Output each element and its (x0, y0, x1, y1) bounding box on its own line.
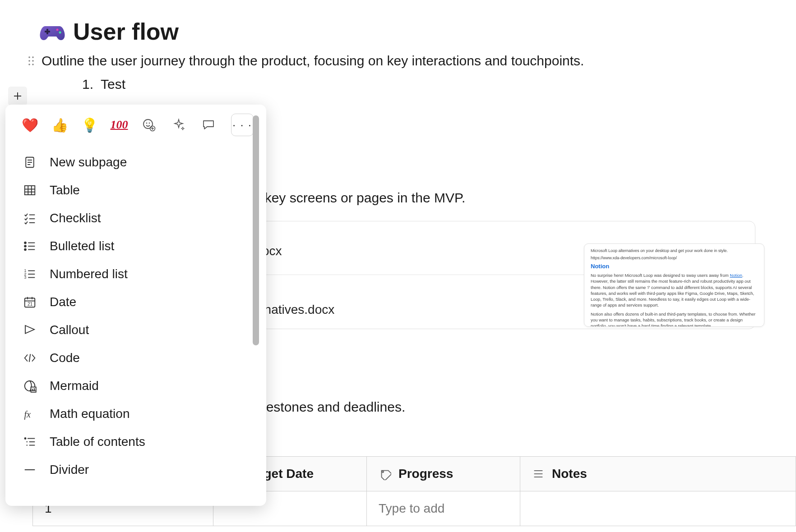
menu-item-label: New subpage (50, 155, 127, 170)
menu-item-divider[interactable]: Divider (18, 456, 251, 483)
svg-rect-60 (31, 387, 36, 392)
sparkle-icon[interactable] (170, 116, 188, 134)
scrollbar-thumb[interactable] (253, 115, 259, 345)
menu-item-label: Table (50, 183, 80, 197)
svg-point-4 (28, 56, 30, 58)
menu-item-new-subpage[interactable]: New subpage (18, 149, 251, 176)
page-subtitle[interactable]: Outline the user journey through the pro… (42, 53, 584, 69)
preview-heading: Notion (591, 263, 758, 270)
menu-item-label: Numbered list (50, 267, 128, 281)
svg-point-23 (143, 119, 153, 128)
drag-handle-icon[interactable] (27, 56, 35, 66)
menu-item-table[interactable]: Table (18, 177, 251, 204)
svg-point-65 (25, 438, 26, 439)
svg-text:fx: fx (24, 409, 31, 420)
callout-icon (23, 323, 37, 337)
menu-item-label: Date (50, 295, 76, 309)
menu-item-date[interactable]: 21 Date (18, 289, 251, 316)
math-icon: fx (23, 407, 37, 421)
svg-point-7 (32, 60, 34, 62)
page-title[interactable]: User flow (73, 18, 179, 45)
add-reaction-icon[interactable] (140, 116, 158, 134)
menu-item-label: Callout (50, 323, 89, 337)
menu-item-table-of-contents[interactable]: Table of contents (18, 428, 251, 455)
svg-text:21: 21 (28, 302, 33, 307)
preview-topline: Microsoft Loop alternatives on your desk… (591, 248, 758, 253)
menu-item-numbered-list[interactable]: 123 Numbered list (18, 261, 251, 288)
reaction-thumbs-up[interactable]: 👍 (51, 116, 69, 134)
menu-item-label: Checklist (50, 211, 101, 225)
menu-item-bulleted-list[interactable]: Bulleted list (18, 233, 251, 260)
preview-url: https://www.xda-developers.com/microsoft… (591, 256, 758, 260)
bg-text-screens: s of key screens or pages in the MVP. (239, 190, 465, 206)
menu-item-math-equation[interactable]: fx Math equation (18, 400, 251, 427)
svg-text:3: 3 (24, 275, 27, 280)
date-icon: 21 (23, 295, 37, 309)
preview-para2: Notion also offers dozens of built-in an… (591, 311, 758, 327)
reaction-lightbulb[interactable]: 💡 (80, 116, 98, 134)
svg-point-24 (146, 123, 148, 124)
svg-point-0 (56, 29, 59, 31)
menu-item-code[interactable]: Code (18, 344, 251, 371)
svg-point-41 (24, 242, 26, 244)
svg-point-8 (28, 64, 30, 65)
svg-point-45 (24, 249, 26, 251)
column-header-notes[interactable]: Notes (532, 467, 784, 481)
more-options-button[interactable]: · · · (231, 114, 254, 136)
svg-point-9 (32, 64, 34, 65)
column-header-progress[interactable]: Progress (379, 467, 508, 481)
svg-point-43 (24, 245, 26, 247)
menu-item-mermaid[interactable]: Mermaid (18, 372, 251, 399)
menu-item-label: Divider (50, 463, 89, 477)
bulleted-list-icon (23, 239, 37, 253)
numbered-list-icon: 123 (23, 267, 37, 281)
preview-para1: No surprise here! Microsoft Loop was des… (591, 272, 758, 308)
svg-point-1 (59, 32, 61, 34)
cell-notes[interactable] (520, 491, 796, 526)
divider-icon (23, 463, 37, 477)
svg-point-19 (382, 471, 384, 473)
menu-item-label: Mermaid (50, 379, 99, 393)
menu-item-callout[interactable]: Callout (18, 316, 251, 344)
page-emoji-controller-icon (39, 22, 66, 41)
cell-progress-placeholder[interactable]: Type to add (367, 491, 520, 526)
comment-icon[interactable] (199, 116, 218, 134)
add-block-button[interactable] (8, 87, 27, 105)
table-icon (23, 183, 37, 197)
toc-icon (23, 435, 37, 449)
svg-rect-33 (25, 186, 35, 195)
reaction-heart[interactable]: ❤️ (21, 116, 39, 134)
subpage-icon (23, 155, 37, 170)
svg-point-6 (28, 60, 30, 62)
list-column-icon (532, 468, 545, 480)
insert-block-menu: ❤️ 👍 💡 100 · · · New subpage Table (5, 105, 266, 506)
mermaid-icon (23, 379, 37, 393)
menu-item-label: Math equation (50, 407, 130, 421)
svg-rect-3 (46, 29, 48, 34)
menu-item-label: Code (50, 351, 80, 365)
list-number: 1. (82, 77, 93, 92)
svg-line-58 (29, 354, 31, 362)
menu-item-checklist[interactable]: Checklist (18, 205, 251, 232)
svg-point-5 (32, 56, 34, 58)
menu-item-label: Table of contents (50, 435, 145, 449)
menu-item-label: Bulleted list (50, 239, 114, 253)
code-icon (23, 351, 37, 365)
svg-point-25 (149, 123, 150, 124)
checklist-icon (23, 211, 37, 225)
list-item-text[interactable]: Test (101, 77, 125, 92)
tag-column-icon (379, 468, 391, 480)
link-preview-card[interactable]: Microsoft Loop alternatives on your desk… (584, 243, 764, 327)
reaction-hundred[interactable]: 100 (110, 116, 128, 134)
